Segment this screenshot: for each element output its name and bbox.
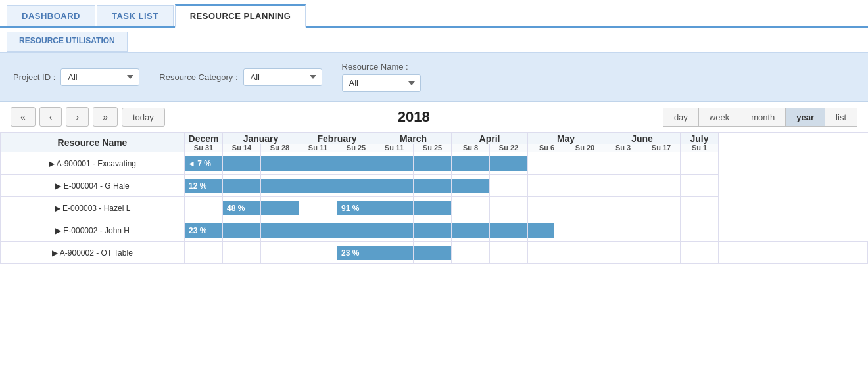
gantt-cell — [490, 197, 528, 219]
view-day-button[interactable]: day — [663, 108, 698, 127]
gantt-cell: 48 % — [223, 197, 261, 219]
table-row: ▶ A-900001 - Excavating ◄ 7 % — [1, 152, 868, 175]
month-header-june: June — [604, 133, 681, 145]
filter-resource-category: Resource Category : All — [159, 68, 322, 86]
gantt-bar-cont — [337, 223, 375, 238]
nav-prev-button[interactable]: ‹ — [39, 107, 62, 127]
row-arrow: ▶ — [52, 248, 58, 258]
table-row: ▶ E-000004 - G Hale 12 % — [1, 175, 868, 197]
gantt-bar-cont — [223, 223, 260, 238]
gantt-bar: 12 % — [185, 179, 222, 193]
gantt-cell — [261, 197, 299, 219]
gantt-cell — [681, 197, 719, 219]
gantt-cell — [642, 242, 681, 264]
gantt-cell — [566, 152, 604, 175]
resource-category-label: Resource Category : — [159, 72, 237, 82]
nav-today-button[interactable]: today — [122, 108, 165, 127]
row-arrow: ▶ — [55, 204, 60, 213]
project-id-select[interactable]: All — [60, 68, 139, 86]
gantt-table: Resource Name Decem January February Mar… — [0, 133, 868, 264]
gantt-cell — [375, 197, 414, 219]
gantt-cell — [528, 175, 566, 197]
gantt-cell — [261, 175, 299, 197]
tab-tasklist[interactable]: TASK LIST — [97, 5, 174, 26]
gantt-cell — [337, 152, 375, 175]
top-tabs-bar: DASHBOARD TASK LIST RESOURCE PLANNING — [0, 0, 868, 28]
view-week-button[interactable]: week — [698, 108, 740, 127]
gantt-cell: 12 % — [185, 175, 223, 197]
gantt-cell — [452, 152, 490, 175]
gantt-cell — [566, 175, 604, 197]
gantt-bar-cont — [261, 201, 299, 215]
gantt-wrapper: Resource Name Decem January February Mar… — [0, 133, 868, 264]
resource-name-label: Resource Name : — [342, 62, 421, 72]
gantt-bar-cont — [223, 179, 260, 193]
gantt-cell — [414, 242, 452, 264]
gantt-cell — [261, 152, 299, 175]
row-arrow: ▶ — [49, 159, 55, 168]
gantt-cell — [566, 197, 604, 219]
tab-resourceplanning[interactable]: RESOURCE PLANNING — [175, 4, 306, 28]
gantt-bar-cont — [528, 223, 554, 238]
gantt-cell — [375, 242, 414, 264]
gantt-bar-cont — [299, 223, 337, 238]
gantt-cell — [414, 219, 452, 242]
gantt-cell — [642, 197, 681, 219]
gantt-bar-cont — [414, 179, 451, 193]
project-id-label: Project ID : — [13, 72, 55, 82]
tab-resourceutilisation[interactable]: RESOURCE UTILISATION — [7, 32, 128, 52]
week-su8-apr: Su 8 — [452, 144, 490, 152]
table-row: ▶ E-000002 - John H 23 % — [1, 219, 868, 242]
year-label: 2018 — [169, 108, 659, 125]
nav-next-button[interactable]: › — [66, 107, 89, 127]
gantt-cell — [299, 242, 337, 264]
resource-name-cell: ▶ E-000003 - Hazel L — [1, 197, 185, 219]
gantt-bar-cont — [490, 156, 527, 171]
gantt-cell — [719, 242, 868, 264]
view-year-button[interactable]: year — [785, 108, 825, 127]
row-arrow: ▶ — [55, 226, 61, 235]
gantt-bar-cont — [375, 246, 413, 260]
gantt-cell — [528, 152, 566, 175]
gantt-cell — [299, 152, 337, 175]
gantt-cell — [261, 242, 299, 264]
gantt-cell: 91 % — [337, 197, 375, 219]
gantt-cell: 23 % — [185, 219, 223, 242]
tab-dashboard[interactable]: DASHBOARD — [7, 5, 95, 26]
gantt-cell — [452, 219, 490, 242]
nav-last-button[interactable]: » — [93, 107, 118, 127]
gantt-cell — [490, 175, 528, 197]
filter-bar: Project ID : All Resource Category : All… — [0, 53, 868, 102]
gantt-bar-cont — [375, 223, 413, 238]
resource-name-select[interactable]: All — [342, 74, 421, 92]
view-month-button[interactable]: month — [740, 108, 785, 127]
gantt-bar: 23 % — [337, 246, 375, 260]
month-header-row: Resource Name Decem January February Mar… — [1, 133, 868, 145]
gantt-cell — [375, 175, 414, 197]
week-su17-jun: Su 17 — [642, 144, 681, 152]
gantt-bar-cont — [490, 223, 527, 238]
week-su25-mar: Su 25 — [414, 144, 452, 152]
row-arrow: ▶ — [55, 181, 61, 190]
gantt-bar-cont — [299, 156, 337, 171]
gantt-cell — [490, 219, 528, 242]
gantt-cell — [528, 197, 566, 219]
week-su3-jun: Su 3 — [604, 144, 642, 152]
gantt-bar-cont — [299, 179, 337, 193]
resource-category-select[interactable]: All — [243, 68, 322, 86]
gantt-bar-cont — [375, 156, 413, 171]
gantt-cell — [375, 152, 414, 175]
month-header-december: Decem — [185, 133, 223, 145]
gantt-cell — [223, 242, 261, 264]
gantt-cell — [223, 152, 261, 175]
gantt-cell — [604, 197, 642, 219]
nav-first-button[interactable]: « — [11, 107, 36, 127]
gantt-bar-cont — [414, 156, 451, 171]
week-su25-feb: Su 25 — [337, 144, 375, 152]
gantt-cell — [681, 175, 719, 197]
gantt-bar-cont — [414, 201, 451, 215]
table-row: ▶ A-900002 - OT Table 23 % — [1, 242, 868, 264]
gantt-cell — [414, 152, 452, 175]
view-list-button[interactable]: list — [825, 108, 857, 127]
gantt-bar-cont — [375, 179, 413, 193]
